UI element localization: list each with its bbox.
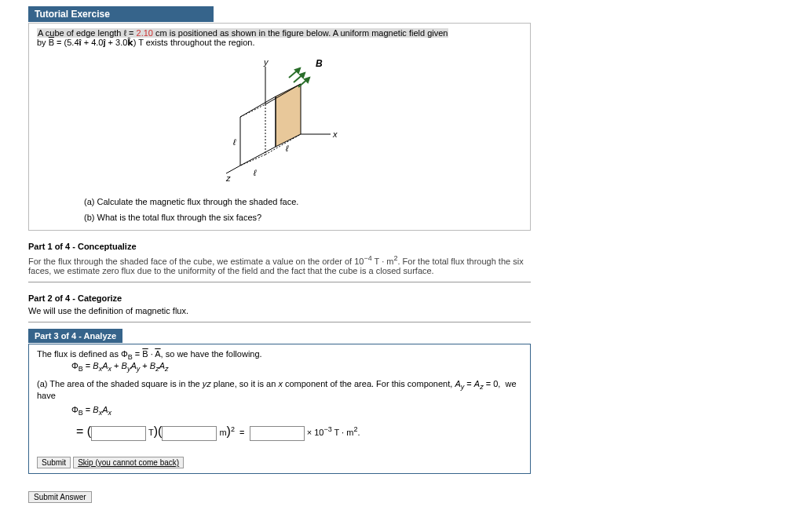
submit-answer-button[interactable]: Submit Answer — [28, 491, 92, 503]
svg-line-9 — [240, 155, 265, 166]
flux-def: The flux is defined as ΦB = B · A, so we… — [37, 349, 522, 361]
area-text: (a) The area of the shaded square is in … — [37, 379, 522, 400]
eq-line: ΦB = BxAx + ByAy + BzAz — [71, 361, 522, 373]
label-ell1: ℓ — [253, 168, 257, 177]
label-ell3: ℓ — [232, 137, 236, 147]
part2-text: We will use the definition of magnetic f… — [28, 306, 531, 315]
input-length[interactable] — [162, 426, 217, 441]
label-b: B — [316, 58, 323, 69]
part3-title: Part 3 of 4 - Analyze — [28, 329, 122, 343]
part3-box: The flux is defined as ΦB = B · A, so we… — [28, 344, 531, 474]
label-y: y — [263, 57, 269, 67]
submit-button[interactable]: Submit — [37, 457, 71, 468]
skip-button[interactable]: Skip (you cannot come back) — [73, 457, 184, 468]
input-result[interactable] — [250, 426, 305, 441]
vector-b: B — [49, 38, 54, 47]
cube-figure: B x y z ℓ ℓ ℓ — [201, 56, 358, 189]
problem-line1: A cube of edge length ℓ = 2.10 cm is pos… — [37, 28, 448, 38]
svg-line-4 — [240, 97, 276, 117]
label-z: z — [225, 173, 231, 183]
question-b: (b) What is the total flux through the s… — [84, 213, 522, 222]
tutorial-header: Tutorial Exercise — [28, 6, 214, 22]
part2-title: Part 2 of 4 - Categorize — [28, 293, 531, 303]
problem-box: A cube of edge length ℓ = 2.10 cm is pos… — [28, 23, 531, 231]
svg-line-12 — [226, 166, 240, 173]
input-bx[interactable] — [91, 426, 146, 441]
question-a: (a) Calculate the magnetic flux through … — [84, 197, 522, 206]
problem-line2: by B = (5.4î + 4.0ĵ + 3.0k̂) T exists th… — [37, 38, 255, 47]
part1-title: Part 1 of 4 - Conceptualize — [28, 242, 531, 251]
svg-line-2 — [240, 147, 276, 166]
part1-text: For the flux through the shaded face of … — [28, 254, 531, 275]
label-x: x — [332, 129, 338, 139]
label-ell2: ℓ — [285, 144, 289, 153]
eq2: ΦB = BxAx — [71, 405, 522, 417]
calc-line: = ( T)( m)2 = × 10−3 T · m2. — [76, 425, 522, 441]
svg-line-5 — [240, 104, 265, 117]
svg-marker-0 — [276, 84, 301, 147]
